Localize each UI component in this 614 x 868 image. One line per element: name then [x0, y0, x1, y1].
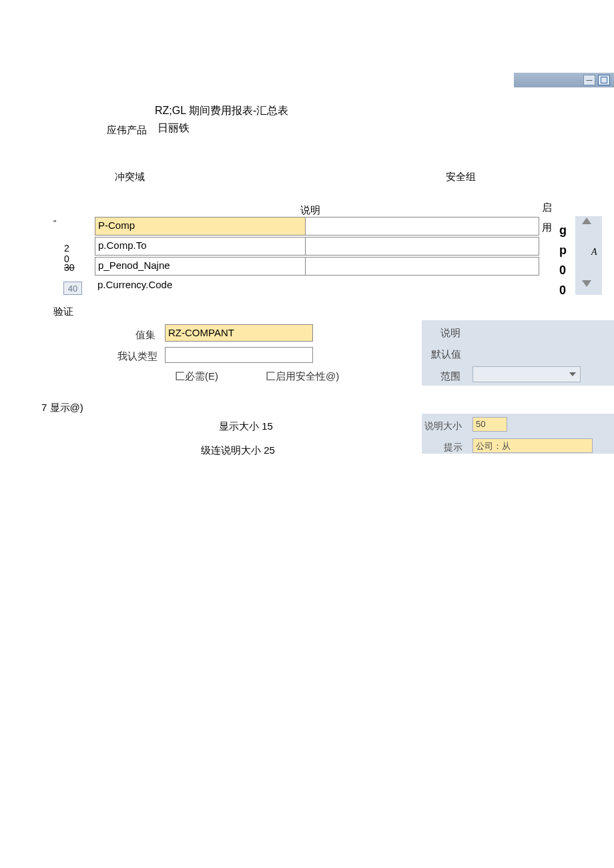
- range-select[interactable]: [473, 366, 581, 382]
- param-name-cell[interactable]: p.Comp.To: [95, 237, 306, 256]
- display-section-label: 7 显示@): [41, 402, 83, 414]
- desc-size-label: 说明大小: [424, 420, 462, 432]
- security-group-label: 安全组: [446, 171, 476, 183]
- param-name-cell[interactable]: P-Comp: [95, 217, 306, 236]
- quote-mark: ": [53, 219, 56, 228]
- table-row[interactable]: P-Comp: [95, 216, 539, 236]
- display-size-label: 显示大小 15: [219, 420, 273, 433]
- enable-column: g p 0 0: [559, 220, 567, 300]
- param-name-cell[interactable]: p.Currency.Code: [95, 277, 306, 296]
- valueset-input[interactable]: RZ-COMPANT: [165, 324, 313, 342]
- enable-cell: 0: [559, 260, 567, 280]
- row-num: 2: [64, 243, 75, 254]
- row-num-strike: 30: [64, 262, 75, 273]
- row-num-box: 40: [63, 282, 82, 295]
- enable-cell: p: [559, 240, 567, 260]
- enable-cell: 0: [559, 280, 567, 300]
- product-value: 日丽铁: [158, 121, 190, 135]
- tip-input[interactable]: 公司：从: [473, 438, 593, 453]
- param-name-cell[interactable]: p_Penod_Najne: [95, 257, 306, 276]
- tip-label: 提示: [444, 442, 463, 454]
- param-desc-cell[interactable]: [306, 237, 539, 256]
- desc-label: 说明: [440, 327, 460, 340]
- param-desc-cell[interactable]: [306, 257, 539, 276]
- default-label: 默认值: [431, 348, 461, 361]
- security-checkbox[interactable]: 匚启用安全性@): [266, 370, 339, 383]
- table-row[interactable]: p.Currency.Code: [95, 276, 539, 296]
- recog-type-label: 我认类型: [117, 350, 158, 363]
- cascade-size-label: 级连说明大小 25: [201, 444, 275, 457]
- col-a-marker: A: [591, 247, 597, 258]
- enable-cell: g: [559, 220, 567, 240]
- conflict-domain-label: 冲突域: [115, 171, 145, 183]
- titlebar: [514, 73, 614, 87]
- column-header-desc: 说明: [300, 204, 320, 217]
- minimize-button[interactable]: [583, 75, 595, 85]
- page-title: RZ;GL 期间费用报表-汇总表: [155, 104, 288, 118]
- verify-label: 验证: [53, 306, 73, 318]
- column-header-enable-l2: 用: [542, 222, 552, 234]
- required-checkbox[interactable]: 匚必需(E): [175, 370, 218, 383]
- param-desc-cell[interactable]: [306, 217, 539, 236]
- scroll-up-icon[interactable]: [582, 218, 591, 224]
- product-label: 应伟产品: [107, 124, 147, 137]
- column-header-enable-l1: 启: [542, 201, 552, 214]
- desc-size-input[interactable]: 50: [473, 417, 507, 432]
- range-label: 范围: [440, 370, 460, 383]
- valueset-label: 值集: [135, 329, 156, 342]
- maximize-button[interactable]: [598, 75, 610, 85]
- recog-type-input[interactable]: [165, 347, 313, 363]
- row-numbers: 2 0 30: [64, 243, 75, 273]
- chevron-down-icon: [569, 372, 576, 376]
- scroll-down-icon[interactable]: [582, 280, 591, 287]
- params-table: P-Comp p.Comp.To p_Penod_Najne p.Currenc…: [95, 216, 539, 296]
- table-row[interactable]: p_Penod_Najne: [95, 256, 539, 276]
- table-row[interactable]: p.Comp.To: [95, 236, 539, 256]
